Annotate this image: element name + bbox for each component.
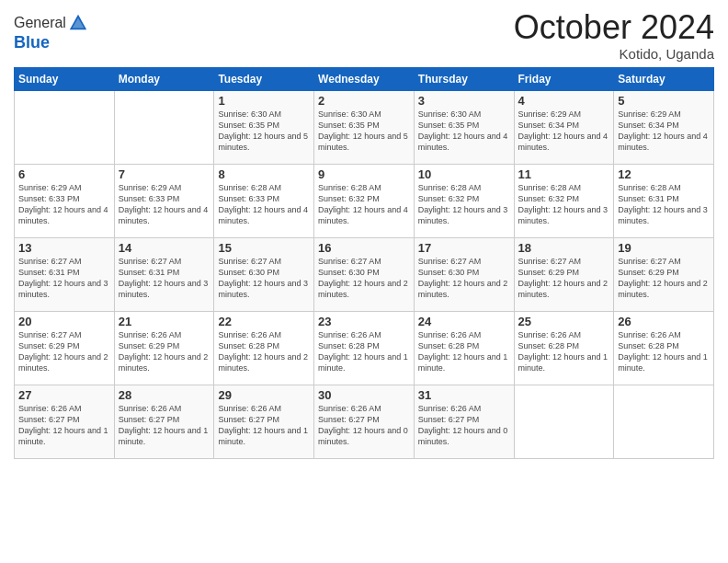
calendar-cell: 20Sunrise: 6:27 AM Sunset: 6:29 PM Dayli… <box>15 311 115 385</box>
day-info: Sunrise: 6:30 AM Sunset: 6:35 PM Dayligh… <box>218 109 310 154</box>
day-number: 31 <box>418 388 510 402</box>
logo-icon <box>68 13 88 33</box>
day-number: 8 <box>218 167 310 181</box>
calendar-table: SundayMondayTuesdayWednesdayThursdayFrid… <box>14 67 714 459</box>
day-info: Sunrise: 6:26 AM Sunset: 6:28 PM Dayligh… <box>518 329 610 374</box>
calendar-cell: 8Sunrise: 6:28 AM Sunset: 6:33 PM Daylig… <box>214 164 314 237</box>
day-info: Sunrise: 6:27 AM Sunset: 6:31 PM Dayligh… <box>18 256 110 301</box>
day-number: 22 <box>218 315 310 328</box>
calendar-cell <box>514 385 614 458</box>
day-number: 7 <box>119 167 210 181</box>
weekday-header: Friday <box>514 67 614 90</box>
calendar-cell <box>614 385 714 458</box>
calendar-cell: 17Sunrise: 6:27 AM Sunset: 6:30 PM Dayli… <box>414 237 514 311</box>
calendar-cell: 18Sunrise: 6:27 AM Sunset: 6:29 PM Dayli… <box>514 237 614 311</box>
day-number: 25 <box>518 315 610 328</box>
calendar-cell: 27Sunrise: 6:26 AM Sunset: 6:27 PM Dayli… <box>15 385 115 458</box>
calendar-cell: 28Sunrise: 6:26 AM Sunset: 6:27 PM Dayli… <box>114 385 214 458</box>
day-number: 20 <box>18 315 110 328</box>
day-info: Sunrise: 6:28 AM Sunset: 6:32 PM Dayligh… <box>418 182 510 227</box>
calendar-cell: 30Sunrise: 6:26 AM Sunset: 6:27 PM Dayli… <box>314 385 415 458</box>
weekday-header-row: SundayMondayTuesdayWednesdayThursdayFrid… <box>15 67 714 90</box>
day-number: 11 <box>518 167 610 181</box>
day-info: Sunrise: 6:26 AM Sunset: 6:27 PM Dayligh… <box>318 403 410 448</box>
weekday-header: Tuesday <box>214 67 314 90</box>
day-info: Sunrise: 6:26 AM Sunset: 6:28 PM Dayligh… <box>318 329 410 374</box>
calendar-week-row: 1Sunrise: 6:30 AM Sunset: 6:35 PM Daylig… <box>15 90 714 164</box>
day-info: Sunrise: 6:26 AM Sunset: 6:28 PM Dayligh… <box>218 329 310 374</box>
day-number: 24 <box>418 315 510 328</box>
day-number: 12 <box>618 167 710 181</box>
day-number: 28 <box>119 388 210 402</box>
weekday-header: Saturday <box>614 67 714 90</box>
calendar-cell: 22Sunrise: 6:26 AM Sunset: 6:28 PM Dayli… <box>214 311 314 385</box>
calendar-cell: 2Sunrise: 6:30 AM Sunset: 6:35 PM Daylig… <box>314 90 415 164</box>
weekday-header: Monday <box>114 67 214 90</box>
calendar-cell: 13Sunrise: 6:27 AM Sunset: 6:31 PM Dayli… <box>15 237 115 311</box>
calendar-cell: 7Sunrise: 6:29 AM Sunset: 6:33 PM Daylig… <box>114 164 214 237</box>
day-info: Sunrise: 6:27 AM Sunset: 6:30 PM Dayligh… <box>318 256 410 301</box>
day-number: 15 <box>218 241 310 255</box>
logo: General Blue <box>14 13 88 52</box>
day-number: 29 <box>218 388 310 402</box>
day-number: 13 <box>18 241 110 255</box>
calendar-cell: 26Sunrise: 6:26 AM Sunset: 6:28 PM Dayli… <box>614 311 714 385</box>
day-info: Sunrise: 6:29 AM Sunset: 6:34 PM Dayligh… <box>518 109 610 154</box>
day-info: Sunrise: 6:29 AM Sunset: 6:34 PM Dayligh… <box>618 109 710 154</box>
day-info: Sunrise: 6:26 AM Sunset: 6:27 PM Dayligh… <box>18 403 110 448</box>
day-info: Sunrise: 6:26 AM Sunset: 6:29 PM Dayligh… <box>119 329 210 374</box>
day-info: Sunrise: 6:27 AM Sunset: 6:31 PM Dayligh… <box>119 256 210 301</box>
day-number: 30 <box>318 388 410 402</box>
logo-general-text: General <box>14 15 66 31</box>
calendar-week-row: 6Sunrise: 6:29 AM Sunset: 6:33 PM Daylig… <box>15 164 714 237</box>
day-number: 3 <box>418 94 510 108</box>
calendar-cell: 23Sunrise: 6:26 AM Sunset: 6:28 PM Dayli… <box>314 311 415 385</box>
calendar-cell <box>15 90 115 164</box>
day-number: 16 <box>318 241 410 255</box>
day-info: Sunrise: 6:27 AM Sunset: 6:29 PM Dayligh… <box>18 329 110 374</box>
day-number: 6 <box>18 167 110 181</box>
calendar-cell: 29Sunrise: 6:26 AM Sunset: 6:27 PM Dayli… <box>214 385 314 458</box>
header: General Blue October 2024 Kotido, Uganda <box>14 9 714 62</box>
day-info: Sunrise: 6:30 AM Sunset: 6:35 PM Dayligh… <box>418 109 510 154</box>
day-info: Sunrise: 6:28 AM Sunset: 6:32 PM Dayligh… <box>318 182 410 227</box>
day-info: Sunrise: 6:26 AM Sunset: 6:28 PM Dayligh… <box>618 329 710 374</box>
day-number: 27 <box>18 388 110 402</box>
day-number: 9 <box>318 167 410 181</box>
day-info: Sunrise: 6:26 AM Sunset: 6:27 PM Dayligh… <box>218 403 310 448</box>
calendar-cell: 10Sunrise: 6:28 AM Sunset: 6:32 PM Dayli… <box>414 164 514 237</box>
day-number: 4 <box>518 94 610 108</box>
day-info: Sunrise: 6:28 AM Sunset: 6:32 PM Dayligh… <box>518 182 610 227</box>
day-info: Sunrise: 6:30 AM Sunset: 6:35 PM Dayligh… <box>318 109 410 154</box>
day-number: 14 <box>119 241 210 255</box>
day-number: 26 <box>618 315 710 328</box>
location-subtitle: Kotido, Uganda <box>514 46 714 62</box>
day-info: Sunrise: 6:28 AM Sunset: 6:33 PM Dayligh… <box>218 182 310 227</box>
calendar-cell: 14Sunrise: 6:27 AM Sunset: 6:31 PM Dayli… <box>114 237 214 311</box>
month-title: October 2024 <box>514 9 714 46</box>
day-info: Sunrise: 6:29 AM Sunset: 6:33 PM Dayligh… <box>18 182 110 227</box>
calendar-cell: 1Sunrise: 6:30 AM Sunset: 6:35 PM Daylig… <box>214 90 314 164</box>
day-number: 19 <box>618 241 710 255</box>
day-info: Sunrise: 6:26 AM Sunset: 6:27 PM Dayligh… <box>418 403 510 448</box>
title-block: October 2024 Kotido, Uganda <box>514 9 714 62</box>
day-number: 10 <box>418 167 510 181</box>
calendar-cell: 25Sunrise: 6:26 AM Sunset: 6:28 PM Dayli… <box>514 311 614 385</box>
logo-blue-text: Blue <box>14 33 88 52</box>
calendar-cell: 12Sunrise: 6:28 AM Sunset: 6:31 PM Dayli… <box>614 164 714 237</box>
weekday-header: Thursday <box>414 67 514 90</box>
calendar-cell: 9Sunrise: 6:28 AM Sunset: 6:32 PM Daylig… <box>314 164 415 237</box>
calendar-cell <box>114 90 214 164</box>
calendar-cell: 5Sunrise: 6:29 AM Sunset: 6:34 PM Daylig… <box>614 90 714 164</box>
calendar-cell: 24Sunrise: 6:26 AM Sunset: 6:28 PM Dayli… <box>414 311 514 385</box>
day-number: 23 <box>318 315 410 328</box>
calendar-page: General Blue October 2024 Kotido, Uganda… <box>0 0 728 563</box>
calendar-cell: 15Sunrise: 6:27 AM Sunset: 6:30 PM Dayli… <box>214 237 314 311</box>
calendar-cell: 11Sunrise: 6:28 AM Sunset: 6:32 PM Dayli… <box>514 164 614 237</box>
calendar-cell: 31Sunrise: 6:26 AM Sunset: 6:27 PM Dayli… <box>414 385 514 458</box>
day-info: Sunrise: 6:26 AM Sunset: 6:28 PM Dayligh… <box>418 329 510 374</box>
calendar-cell: 6Sunrise: 6:29 AM Sunset: 6:33 PM Daylig… <box>15 164 115 237</box>
day-info: Sunrise: 6:27 AM Sunset: 6:30 PM Dayligh… <box>418 256 510 301</box>
calendar-cell: 3Sunrise: 6:30 AM Sunset: 6:35 PM Daylig… <box>414 90 514 164</box>
day-info: Sunrise: 6:27 AM Sunset: 6:30 PM Dayligh… <box>218 256 310 301</box>
